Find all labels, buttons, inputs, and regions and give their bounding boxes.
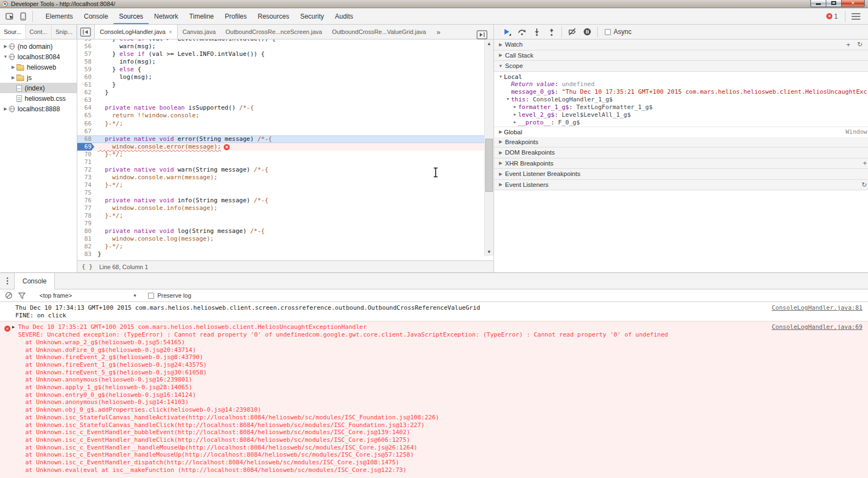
editor-tab[interactable]: OutboundCrossRe...nceScreen.java [220, 25, 327, 39]
code-line[interactable]: 83} [77, 251, 484, 258]
clear-console-icon[interactable] [4, 291, 13, 300]
code-line[interactable]: 67 [77, 128, 484, 135]
editor-scrollbar[interactable]: ▲ ▼ [484, 39, 493, 256]
code-line[interactable]: 69 window.console.error(message);✕ [77, 143, 484, 151]
device-mode-icon[interactable] [16, 10, 30, 22]
code-line[interactable]: 68 private native void error(String mess… [77, 135, 484, 143]
close-button[interactable]: ✕ [842, 0, 865, 7]
scroll-down-arrow[interactable]: ▼ [485, 248, 493, 256]
tree-item[interactable]: heliosweb.css [0, 93, 77, 104]
line-number[interactable]: 64 [77, 104, 94, 112]
line-number[interactable]: 83 [77, 251, 94, 258]
tab-overflow-chevron[interactable]: » [431, 25, 446, 39]
refresh-icon[interactable]: ↻ [857, 41, 863, 48]
resume-script-icon[interactable] [500, 26, 514, 37]
inspect-element-icon[interactable] [3, 10, 16, 22]
scope-arrow-icon[interactable]: ▶ [512, 111, 518, 119]
section-watch[interactable]: ▶Watch+↻ [494, 39, 868, 50]
line-number[interactable]: 75 [77, 189, 94, 197]
navigator-tab[interactable]: Cont... [26, 25, 52, 39]
code-line[interactable]: 76 private native void info(String messa… [77, 197, 484, 204]
line-number[interactable]: 80 [77, 227, 94, 235]
code-line[interactable]: 74 }-*/; [77, 181, 484, 189]
editor-tab[interactable]: Canvas.java [178, 25, 221, 39]
tab-network[interactable]: Network [149, 8, 184, 24]
drawer-menu-icon[interactable] [0, 273, 14, 289]
tab-audits[interactable]: Audits [330, 8, 359, 24]
scope-global-row[interactable]: ▶ Global Window [494, 127, 868, 137]
code-line[interactable]: 57 } else if (val >= Level.INFO.intValue… [77, 50, 484, 58]
tab-timeline[interactable]: Timeline [184, 8, 219, 24]
tree-arrow-icon[interactable]: ▶ [2, 44, 9, 49]
tree-item[interactable]: ▶localhost:8888 [0, 104, 77, 114]
code-line[interactable]: 72 private native void warn(String messa… [77, 166, 484, 174]
tab-console[interactable]: Console [78, 8, 114, 24]
code-line[interactable]: 80 private native void log(String messag… [77, 227, 484, 235]
line-number[interactable]: 74 [77, 181, 94, 189]
scope-variable[interactable]: message_0_g$: "Thu Dec 10 17:35:21 GMT+1… [494, 88, 868, 96]
code-line[interactable]: 70 }-*/; [77, 151, 484, 158]
line-number[interactable]: 58 [77, 58, 94, 66]
close-icon[interactable]: × [169, 29, 172, 35]
line-number[interactable]: 68 [77, 135, 94, 143]
section-event-listener-breakpoints[interactable]: ▶Event Listener Breakpoints [494, 169, 868, 180]
line-number[interactable]: 78 [77, 212, 94, 220]
tree-item[interactable]: ▼localhost:8084 [0, 52, 77, 62]
code-line[interactable]: 56 warn(msg); [77, 43, 484, 50]
scope-arrow-icon[interactable]: ▶ [512, 104, 518, 111]
step-into-icon[interactable] [529, 26, 544, 37]
tab-elements[interactable]: Elements [40, 8, 78, 24]
code-line[interactable]: 64 private native boolean isSupported() … [77, 104, 484, 112]
tree-item[interactable]: (index) [0, 83, 77, 93]
line-number[interactable]: 56 [77, 43, 94, 50]
line-number[interactable]: 71 [77, 158, 94, 166]
scroll-up-arrow[interactable]: ▲ [485, 39, 493, 48]
code-line[interactable]: 77 window.console.info(message); [77, 204, 484, 212]
tree-item[interactable]: ▶js [0, 72, 77, 83]
source-link[interactable]: ConsoleLogHandler.java:69 [771, 323, 863, 331]
tab-security[interactable]: Security [294, 8, 329, 24]
minimize-button[interactable] [810, 0, 826, 7]
tree-arrow-icon[interactable]: ▶ [10, 65, 16, 70]
tab-resources[interactable]: Resources [252, 8, 294, 24]
filter-icon[interactable] [18, 291, 26, 300]
tree-arrow-icon[interactable]: ▼ [2, 54, 9, 59]
scope-variable[interactable]: ▼this: ConsoleLogHandler_1_g$ [494, 96, 868, 104]
scope-arrow-icon[interactable]: ▶ [512, 119, 518, 127]
line-number[interactable]: 79 [77, 220, 94, 227]
section-event-listeners[interactable]: ▶Event Listeners↻ [494, 180, 868, 191]
inline-error-icon[interactable]: ✕ [224, 144, 230, 150]
tree-arrow-icon[interactable]: ▶ [2, 106, 9, 111]
line-number[interactable]: 61 [77, 81, 94, 89]
section-breakpoints[interactable]: ▶Breakpoints [494, 137, 868, 148]
code-line[interactable]: 65 return !!window.console; [77, 112, 484, 120]
hide-navigator-icon[interactable] [80, 27, 92, 37]
scope-variable[interactable]: ▶level_2_g$: Level$LevelAll_1_g$ [494, 111, 868, 119]
settings-menu-icon[interactable] [852, 12, 868, 21]
error-count-badge[interactable]: ✕ 1 [822, 13, 842, 20]
line-number[interactable]: 67 [77, 128, 94, 135]
line-number[interactable]: 59 [77, 66, 94, 73]
source-link[interactable]: ConsoleLogHandler.java:81 [771, 304, 863, 312]
tab-console[interactable]: Console [14, 273, 55, 289]
code-line[interactable]: 61 } [77, 81, 484, 89]
step-over-icon[interactable] [514, 26, 529, 37]
line-number[interactable]: 69 [77, 143, 94, 151]
line-number[interactable]: 81 [77, 235, 94, 243]
code-line[interactable]: 71 [77, 158, 484, 166]
editor-tab[interactable]: ConsoleLogHandler.java× [94, 25, 178, 39]
deactivate-breakpoints-icon[interactable] [565, 26, 580, 37]
navigator-tab[interactable]: Sour... [0, 25, 26, 39]
line-number[interactable]: 65 [77, 112, 94, 120]
code-line[interactable]: 75 [77, 189, 484, 197]
section-xhr-breakpoints[interactable]: ▶XHR Breakpoints+ [494, 158, 868, 169]
line-number[interactable]: 70 [77, 151, 94, 158]
navigator-tab[interactable]: Snip... [52, 25, 77, 39]
code-line[interactable]: 66 }-*/; [77, 120, 484, 128]
line-number[interactable]: 72 [77, 166, 94, 174]
step-out-icon[interactable] [544, 26, 559, 37]
line-number[interactable]: 62 [77, 89, 94, 96]
tree-item[interactable]: ▶(no domain) [0, 41, 77, 52]
preserve-log-checkbox[interactable]: Preserve log [148, 292, 191, 299]
scope-variable[interactable]: ▶formatter_1_g$: TextLogFormatter_1_g$ [494, 104, 868, 111]
